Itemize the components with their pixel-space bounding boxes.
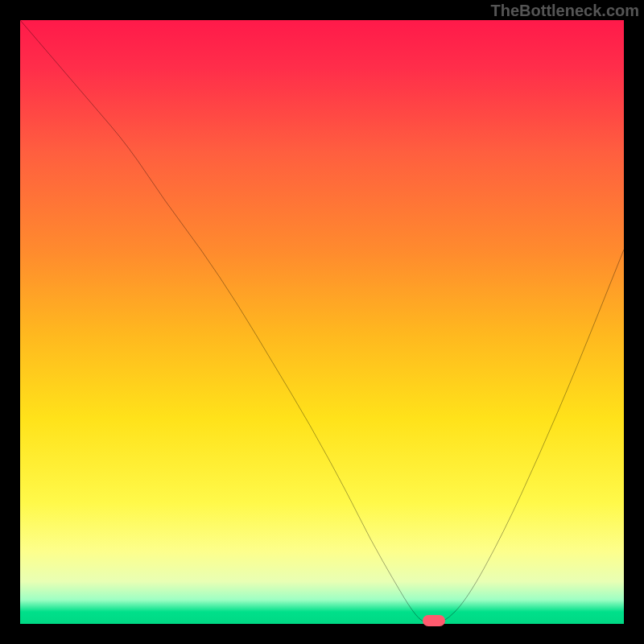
watermark-text: TheBottleneck.com [491, 2, 639, 20]
plot-area [20, 20, 624, 624]
optimal-marker [423, 615, 445, 626]
curve-svg [20, 20, 624, 624]
bottleneck-curve [20, 20, 624, 624]
